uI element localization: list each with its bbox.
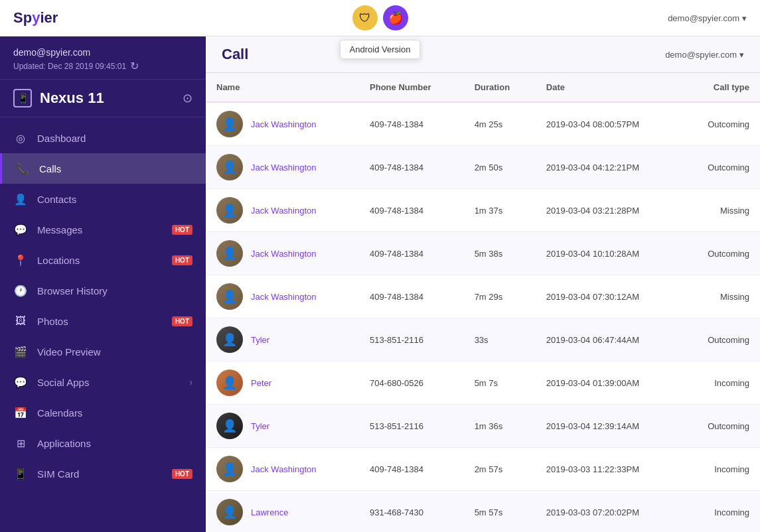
contact-name[interactable]: Jack Washington — [251, 163, 317, 172]
android-icon-button[interactable]: 🛡 — [352, 5, 378, 31]
cell-name: 👤 Jack Washington — [206, 275, 359, 318]
table-body: 👤 Jack Washington 409-748-1384 4m 25s 20… — [206, 102, 760, 532]
contact-name[interactable]: Tyler — [251, 335, 269, 345]
sidebar: demo@spyier.com Updated: Dec 28 2019 09:… — [0, 36, 206, 532]
contact-name[interactable]: Peter — [251, 378, 271, 388]
calls-table-container: Name Phone Number Duration Date Call typ… — [206, 73, 760, 532]
device-item-left: 📱 Nexus 11 — [13, 89, 104, 107]
cell-duration: 7m 29s — [464, 275, 536, 318]
updated-text: Updated: Dec 28 2019 09:45:01 — [13, 62, 126, 71]
table-header: Name Phone Number Duration Date Call typ… — [206, 73, 760, 102]
topbar-chevron[interactable]: ▾ — [742, 13, 747, 23]
sidebar-item-label: Locations — [37, 255, 159, 266]
table-row: 👤 Tyler 513-851-2116 1m 36s 2019-03-04 1… — [206, 405, 760, 448]
sidebar-item-locations[interactable]: 📍 Locations HOT — [0, 245, 206, 275]
sidebar-item-calls[interactable]: 📞 Calls — [0, 153, 206, 184]
dashboard-icon: ◎ — [13, 131, 28, 145]
cell-date: 2019-03-03 11:22:33PM — [536, 448, 680, 491]
photos-icon: 🖼 — [13, 314, 28, 328]
calls-table: Name Phone Number Duration Date Call typ… — [206, 73, 760, 532]
contact-name[interactable]: Tyler — [251, 421, 269, 431]
sidebar-item-label: Social Apps — [37, 377, 180, 388]
page-title: Call — [222, 46, 248, 63]
cell-date: 2019-03-03 07:20:02PM — [536, 491, 680, 533]
photos-hot-badge: HOT — [172, 316, 192, 326]
contact-name[interactable]: Lawrence — [251, 507, 288, 517]
contact-name[interactable]: Jack Washington — [251, 249, 317, 259]
ios-icon-button[interactable]: 🍎 — [383, 5, 408, 31]
col-duration: Duration — [464, 73, 536, 102]
contact-name[interactable]: Jack Washington — [251, 119, 317, 129]
table-row: 👤 Jack Washington 409-748-1384 5m 38s 20… — [206, 232, 760, 275]
table-row: 👤 Jack Washington 409-748-1384 1m 37s 20… — [206, 189, 760, 232]
sidebar-item-sim-card[interactable]: 📱 SIM Card HOT — [0, 458, 206, 489]
table-row: 👤 Lawrence 931-468-7430 5m 57s 2019-03-0… — [206, 491, 760, 533]
cell-phone: 409-748-1384 — [359, 102, 464, 146]
sidebar-item-social-apps[interactable]: 💬 Social Apps › — [0, 367, 206, 397]
cell-call-type: Incoming — [680, 448, 760, 491]
refresh-icon[interactable]: ↻ — [130, 60, 139, 72]
cell-date: 2019-03-04 06:47:44AM — [536, 318, 680, 362]
cell-name: 👤 Jack Washington — [206, 102, 359, 146]
sidebar-item-photos[interactable]: 🖼 Photos HOT — [0, 306, 206, 336]
applications-icon: ⊞ — [13, 436, 28, 450]
contacts-icon: 👤 — [13, 192, 28, 206]
topbar-user: demo@spyier.com ▾ — [668, 13, 747, 23]
cell-duration: 5m 57s — [464, 491, 536, 533]
device-small-icon: 📱 — [13, 89, 32, 107]
col-date: Date — [536, 73, 680, 102]
cell-name: 👤 Tyler — [206, 405, 359, 448]
cell-duration: 1m 36s — [464, 405, 536, 448]
table-row: 👤 Jack Washington 409-748-1384 2m 57s 20… — [206, 448, 760, 491]
sidebar-item-label: Messages — [37, 224, 159, 235]
contact-name[interactable]: Jack Washington — [251, 464, 317, 474]
sidebar-item-browser-history[interactable]: 🕐 Browser History — [0, 275, 206, 306]
avatar: 👤 — [216, 111, 243, 137]
cell-date: 2019-03-04 12:39:14AM — [536, 405, 680, 448]
device-chevron-icon[interactable]: ⊙ — [183, 91, 192, 105]
sidebar-item-label: Calendars — [37, 407, 192, 419]
nav-items: ◎ Dashboard 📞 Calls 👤 Contacts 💬 Message… — [0, 117, 206, 494]
sidebar-email: demo@spyier.com — [13, 47, 192, 58]
avatar: 👤 — [216, 240, 243, 267]
content-area: Call demo@spyier.com ▾ Name Phone Number… — [206, 36, 760, 532]
cell-call-type: Outcoming — [680, 405, 760, 448]
avatar: 👤 — [216, 326, 243, 353]
avatar: 👤 — [216, 283, 243, 310]
topbar-email: demo@spyier.com — [668, 13, 739, 23]
cell-name: 👤 Peter — [206, 362, 359, 405]
table-row: 👤 Jack Washington 409-748-1384 2m 50s 20… — [206, 146, 760, 189]
cell-name: 👤 Jack Washington — [206, 232, 359, 275]
cell-name: 👤 Jack Washington — [206, 189, 359, 232]
sidebar-item-label: Browser History — [37, 285, 192, 297]
cell-duration: 2m 50s — [464, 146, 536, 189]
sidebar-item-contacts[interactable]: 👤 Contacts — [0, 184, 206, 214]
locations-hot-badge: HOT — [172, 255, 192, 265]
avatar: 👤 — [216, 456, 243, 482]
cell-call-type: Incoming — [680, 362, 760, 405]
contact-name[interactable]: Jack Washington — [251, 206, 317, 216]
calendars-icon: 📅 — [13, 405, 28, 420]
sidebar-item-label: Video Preview — [37, 346, 192, 358]
sim-card-hot-badge: HOT — [172, 469, 192, 479]
cell-phone: 513-851-2116 — [359, 318, 464, 362]
content-user-info: demo@spyier.com ▾ — [665, 50, 744, 60]
avatar: 👤 — [216, 369, 243, 396]
sidebar-item-dashboard[interactable]: ◎ Dashboard — [0, 123, 206, 153]
sidebar-item-label: Applications — [37, 438, 192, 449]
app-logo: Spyier — [13, 9, 58, 27]
content-user-email: demo@spyier.com — [665, 50, 737, 60]
sidebar-item-messages[interactable]: 💬 Messages HOT — [0, 214, 206, 245]
contact-name[interactable]: Jack Washington — [251, 292, 317, 302]
sidebar-item-applications[interactable]: ⊞ Applications — [0, 428, 206, 458]
device-icon-group: 🛡 🍎 Android Version — [352, 5, 408, 31]
cell-date: 2019-03-04 01:39:00AM — [536, 362, 680, 405]
table-row: 👤 Tyler 513-851-2116 33s 2019-03-04 06:4… — [206, 318, 760, 362]
cell-date: 2019-03-04 03:21:28PM — [536, 189, 680, 232]
avatar: 👤 — [216, 154, 243, 180]
sidebar-item-video-preview[interactable]: 🎬 Video Preview — [0, 336, 206, 367]
sidebar-item-calendars[interactable]: 📅 Calendars — [0, 397, 206, 428]
cell-date: 2019-03-04 07:30:12AM — [536, 275, 680, 318]
cell-duration: 33s — [464, 318, 536, 362]
device-name: Nexus 11 — [40, 90, 104, 107]
